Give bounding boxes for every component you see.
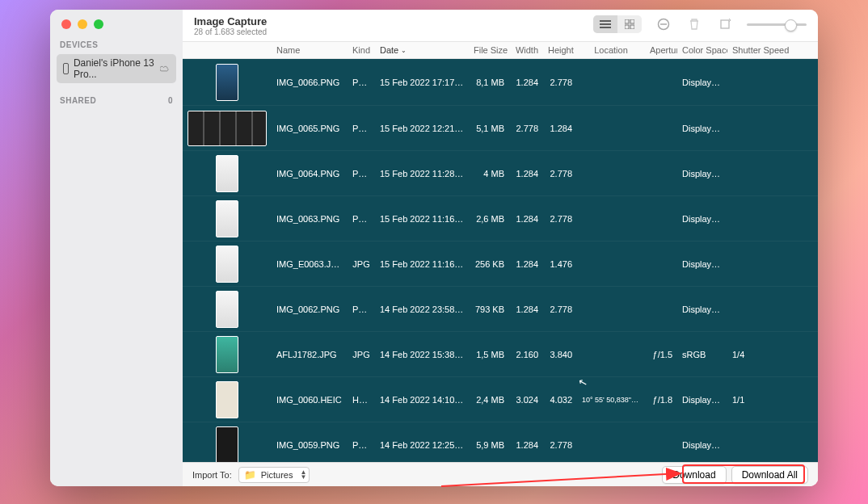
svg-rect-0	[625, 19, 629, 23]
cell-kind: JPG	[348, 259, 375, 269]
column-shutter-speed[interactable]: Shutter Speed	[727, 45, 818, 55]
sidebar-device-item[interactable]: Daniel's iPhone 13 Pro...	[57, 54, 176, 83]
cell-size: 5,9 MB	[469, 440, 509, 450]
table-body[interactable]: IMG_0066.PNGPNG15 Feb 2022 17:17:408,1 M…	[183, 59, 818, 462]
cell-date: 15 Feb 2022 12:21:51	[375, 124, 469, 133]
toolbar	[593, 15, 807, 33]
close-window-button[interactable]	[61, 19, 71, 29]
table-row[interactable]: IMG_0060.HEICHEIC14 Feb 2022 14:10:472,4…	[183, 377, 818, 422]
table-row[interactable]: IMG_0065.PNGPNG15 Feb 2022 12:21:515,1 M…	[183, 106, 818, 151]
cell-name: IMG_0064.PNG	[272, 169, 348, 178]
column-height[interactable]: Height	[543, 45, 577, 55]
minimize-window-button[interactable]	[78, 19, 87, 29]
footer: Import To: 📁 Pictures ▲▼ Download Downlo…	[183, 462, 818, 486]
cell-color-space: Display P3	[677, 214, 727, 224]
cell-name: IMG_0062.PNG	[272, 304, 348, 314]
cell-height: 2.778	[543, 78, 577, 87]
cell-color-space: Display P3	[677, 440, 727, 450]
cell-color-space: Display P3	[677, 304, 727, 314]
table-row[interactable]: IMG_E0063.JPGJPG15 Feb 2022 11:16:16256 …	[183, 242, 818, 287]
phone-icon	[63, 63, 69, 74]
blocked-icon-button[interactable]	[655, 15, 672, 33]
thumbnail	[183, 242, 272, 286]
cell-color-space: Display P3	[677, 169, 727, 178]
cell-date: 15 Feb 2022 11:28:40	[375, 169, 469, 178]
cell-name: IMG_0060.HEIC	[272, 395, 348, 405]
table-row[interactable]: IMG_0062.PNGPNG14 Feb 2022 23:58:03793 K…	[183, 287, 818, 332]
cell-size: 256 KB	[469, 259, 509, 269]
cell-width: 2.778	[509, 124, 543, 133]
cell-kind: HEIC	[348, 395, 375, 405]
cell-width: 1.284	[509, 169, 543, 178]
main-content: Image Capture 28 of 1.683 selected	[183, 10, 818, 486]
cell-width: 1.284	[509, 78, 543, 87]
column-file-size[interactable]: File Size	[469, 45, 509, 55]
column-date[interactable]: Date ⌄	[375, 45, 469, 55]
thumbnail	[183, 332, 272, 376]
cell-kind: PNG	[348, 214, 375, 224]
trash-button[interactable]	[685, 15, 703, 33]
cell-kind: PNG	[348, 124, 375, 133]
table-row[interactable]: IMG_0064.PNGPNG15 Feb 2022 11:28:404 MB1…	[183, 151, 818, 196]
cell-height: 2.778	[543, 440, 577, 450]
cell-kind: PNG	[348, 304, 375, 314]
import-folder-select[interactable]: 📁 Pictures ▲▼	[238, 467, 310, 483]
app-window: DEVICES Daniel's iPhone 13 Pro... SHARED…	[50, 10, 818, 486]
column-kind[interactable]: Kind	[348, 45, 375, 55]
cell-name: AFLJ1782.JPG	[272, 350, 348, 359]
table-header: Name Kind Date ⌄ File Size Width Height …	[183, 42, 818, 59]
column-name[interactable]: Name	[272, 45, 348, 55]
shared-count-badge: 0	[168, 96, 173, 105]
cell-height: 1.476	[543, 259, 577, 269]
cell-width: 3.024	[509, 395, 543, 405]
table-row[interactable]: IMG_0063.PNGPNG15 Feb 2022 11:16:162,6 M…	[183, 196, 818, 242]
list-view-button[interactable]	[593, 15, 617, 33]
download-all-button[interactable]: Download All	[731, 466, 808, 484]
cell-width: 1.284	[509, 304, 543, 314]
column-aperture[interactable]: Aperture	[645, 45, 677, 55]
maximize-window-button[interactable]	[94, 19, 103, 29]
sidebar-section-shared: SHARED 0	[50, 85, 183, 108]
grid-view-button[interactable]	[617, 15, 642, 33]
device-name-label: Daniel's iPhone 13 Pro...	[74, 57, 161, 80]
trash-icon	[689, 18, 700, 31]
column-location[interactable]: Location	[577, 45, 645, 55]
thumbnail	[183, 377, 272, 422]
cell-date: 14 Feb 2022 23:58:03	[375, 304, 469, 314]
cell-size: 5,1 MB	[469, 124, 509, 133]
cell-date: 14 Feb 2022 14:10:47	[375, 395, 469, 405]
zoom-slider[interactable]	[747, 23, 807, 26]
cell-height: 2.778	[543, 214, 577, 224]
thumbnail	[183, 151, 272, 195]
no-sign-icon	[657, 18, 670, 31]
cell-height: 1.284	[543, 124, 577, 133]
cell-date: 14 Feb 2022 12:25:41	[375, 440, 469, 450]
cell-width: 1.284	[509, 214, 543, 224]
cell-height: 3.840	[543, 350, 577, 359]
cell-kind: PNG	[348, 440, 375, 450]
list-icon	[600, 20, 611, 28]
cell-aperture: ƒ/1.8	[645, 395, 677, 405]
column-width[interactable]: Width	[509, 45, 543, 55]
cell-date: 14 Feb 2022 15:38:25	[375, 350, 469, 359]
import-folder-name: Pictures	[261, 470, 293, 480]
cell-date: 15 Feb 2022 17:17:40	[375, 78, 469, 87]
updown-arrows-icon: ▲▼	[301, 470, 307, 480]
cell-name: IMG_E0063.JPG	[272, 259, 348, 269]
sidebar: DEVICES Daniel's iPhone 13 Pro... SHARED…	[50, 10, 183, 486]
column-color-space[interactable]: Color Space	[677, 45, 727, 55]
rotate-button[interactable]	[716, 15, 734, 33]
cell-width: 1.284	[509, 259, 543, 269]
table-row[interactable]: IMG_0059.PNGPNG14 Feb 2022 12:25:415,9 M…	[183, 422, 818, 462]
cell-name: IMG_0066.PNG	[272, 78, 348, 87]
sidebar-section-devices: DEVICES	[50, 29, 183, 52]
cell-date: 15 Feb 2022 11:16:16	[375, 214, 469, 224]
cell-shutter-speed: 1/4	[727, 350, 818, 359]
cell-height: 2.778	[543, 304, 577, 314]
table-row[interactable]: IMG_0066.PNGPNG15 Feb 2022 17:17:408,1 M…	[183, 59, 818, 106]
cell-kind: PNG	[348, 169, 375, 178]
rotate-icon	[718, 18, 731, 31]
table-row[interactable]: AFLJ1782.JPGJPG14 Feb 2022 15:38:251,5 M…	[183, 332, 818, 377]
topbar: Image Capture 28 of 1.683 selected	[183, 10, 818, 42]
download-button[interactable]: Download	[662, 466, 726, 484]
